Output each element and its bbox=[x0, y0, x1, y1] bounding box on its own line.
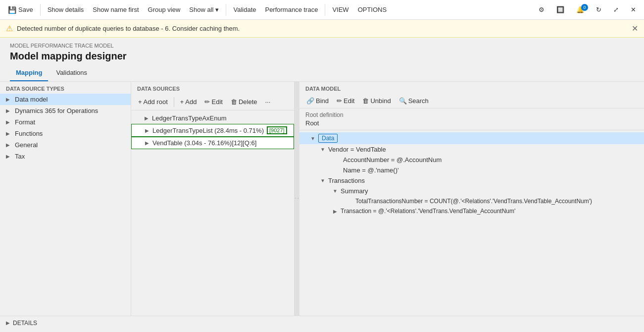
tab-mapping[interactable]: Mapping bbox=[10, 65, 48, 81]
group-view-label: Group view bbox=[148, 6, 181, 13]
collapse-icon: ▼ bbox=[319, 178, 326, 183]
chevron-right-icon: ▶ bbox=[144, 128, 150, 133]
mt-item-vendor[interactable]: ▼ Vendor = VendTable bbox=[299, 144, 644, 155]
mt-item-totaltransactions[interactable]: ▶ TotalTransactionsNumber = COUNT(@.'<Re… bbox=[299, 196, 644, 206]
settings-icon-btn[interactable]: ⚙ bbox=[535, 4, 548, 15]
unbind-icon: 🗑 bbox=[362, 97, 369, 105]
collapse-icon: ▼ bbox=[332, 188, 339, 194]
show-details-button[interactable]: Show details bbox=[44, 4, 88, 15]
show-all-label: Show all bbox=[189, 6, 213, 13]
datamodel-toolbar: 🔗 Bind ✏ Edit 🗑 Unbind 🔍 Search bbox=[299, 94, 644, 109]
details-label: DETAILS bbox=[13, 320, 37, 327]
performance-trace-label: Performance trace bbox=[265, 6, 318, 13]
search-icon: 🔍 bbox=[399, 97, 407, 105]
performance-trace-button[interactable]: Performance trace bbox=[261, 4, 322, 15]
add-button[interactable]: + Add bbox=[177, 97, 200, 107]
breadcrumb: MODEL PERFORMANCE TRACE MODEL bbox=[10, 43, 634, 49]
chevron-right-icon: ▶ bbox=[6, 154, 12, 159]
notification-icon-btn[interactable]: 🔔 0 bbox=[572, 4, 588, 15]
datasource-types-header: DATA SOURCE TYPES bbox=[0, 82, 131, 94]
details-bar[interactable]: ▶ DETAILS bbox=[0, 316, 644, 330]
chevron-right-icon: ▶ bbox=[6, 119, 12, 125]
datasource-type-general[interactable]: ▶ General bbox=[0, 139, 131, 151]
tab-bar: Mapping Validations bbox=[0, 65, 644, 82]
drag-handle[interactable]: ⋮ bbox=[295, 82, 299, 316]
save-label: Save bbox=[18, 6, 33, 13]
close-button[interactable]: ✕ bbox=[627, 4, 640, 15]
add-root-button[interactable]: + Add root bbox=[135, 97, 171, 107]
more-button[interactable]: ··· bbox=[262, 97, 273, 107]
mt-item-transactions[interactable]: ▼ Transactions bbox=[299, 175, 644, 186]
search-button[interactable]: 🔍 Search bbox=[396, 96, 432, 106]
save-icon: 💾 bbox=[8, 6, 16, 14]
edit-button[interactable]: ✏ Edit bbox=[201, 97, 225, 107]
ds-item-ledgertranstypeaxenum[interactable]: ▶ LedgerTransTypeAxEnum bbox=[131, 112, 294, 124]
chevron-right-icon: ▶ bbox=[6, 131, 12, 136]
ds-item-vendtable[interactable]: ▶ VendTable (3.04s - 76.16%)[12][Q:6] bbox=[131, 137, 294, 149]
model-tree: ▼ Data ▼ Vendor = VendTable ▶ AccountNum… bbox=[299, 130, 644, 316]
group-view-button[interactable]: Group view bbox=[144, 4, 185, 15]
middle-panel: DATA SOURCES + Add root + Add ✏ Edit 🗑 D… bbox=[131, 82, 295, 316]
datasource-type-tax[interactable]: ▶ Tax bbox=[0, 151, 131, 162]
datasource-toolbar: + Add root + Add ✏ Edit 🗑 Delete ··· bbox=[131, 94, 294, 111]
expand-icon-btn[interactable]: ⤢ bbox=[609, 4, 623, 15]
datamodel-header: DATA MODEL bbox=[299, 82, 644, 94]
chevron-right-icon: ▶ bbox=[144, 140, 150, 146]
refresh-icon-btn[interactable]: ↻ bbox=[592, 4, 605, 15]
show-name-first-button[interactable]: Show name first bbox=[89, 4, 143, 15]
separator-1 bbox=[40, 4, 41, 16]
mt-item-transaction[interactable]: ▶ Transaction = @.'<Relations'.'VendTran… bbox=[299, 206, 644, 216]
delete-button[interactable]: 🗑 Delete bbox=[228, 97, 260, 107]
chevron-right-icon: ▶ bbox=[143, 115, 150, 121]
expand-icon: ▶ bbox=[332, 209, 339, 214]
bind-button[interactable]: 🔗 Bind bbox=[303, 96, 332, 106]
datasource-type-dynamics365[interactable]: ▶ Dynamics 365 for Operations bbox=[0, 105, 131, 116]
chevron-right-icon: ▶ bbox=[6, 142, 12, 148]
chevron-right-icon: ▶ bbox=[6, 320, 10, 326]
datasource-tree: ▶ LedgerTransTypeAxEnum ▶ LedgerTransTyp… bbox=[131, 111, 294, 316]
datasource-type-functions[interactable]: ▶ Functions bbox=[0, 128, 131, 139]
show-all-button[interactable]: Show all ▾ bbox=[185, 4, 223, 15]
validate-button[interactable]: Validate bbox=[229, 4, 260, 15]
page-header: MODEL PERFORMANCE TRACE MODEL Model mapp… bbox=[0, 38, 644, 65]
plus-icon: + bbox=[180, 98, 184, 106]
view-button[interactable]: VIEW bbox=[328, 4, 352, 15]
separator-2 bbox=[226, 4, 226, 16]
main-content: DATA SOURCE TYPES ▶ Data model ▶ Dynamic… bbox=[0, 82, 644, 316]
unbind-button[interactable]: 🗑 Unbind bbox=[359, 96, 394, 106]
show-name-first-label: Show name first bbox=[93, 6, 139, 13]
right-panel: DATA MODEL 🔗 Bind ✏ Edit 🗑 Unbind 🔍 Sear… bbox=[299, 82, 644, 316]
options-label: OPTIONS bbox=[358, 6, 387, 13]
tab-validations[interactable]: Validations bbox=[50, 65, 93, 81]
chevron-right-icon: ▶ bbox=[6, 97, 12, 102]
edit-button[interactable]: ✏ Edit bbox=[334, 96, 357, 106]
validate-label: Validate bbox=[233, 6, 256, 13]
separator bbox=[174, 97, 174, 107]
mt-item-name[interactable]: ▶ Name = @.'name()' bbox=[299, 165, 644, 175]
ds-item-ledgertranstypelist[interactable]: ▶ LedgerTransTypeList (28.4ms - 0.71%) [… bbox=[131, 124, 294, 137]
data-node-label: Data bbox=[318, 134, 338, 143]
datasource-types-list: ▶ Data model ▶ Dynamics 365 for Operatio… bbox=[0, 94, 131, 162]
page-title: Model mapping designer bbox=[10, 51, 634, 62]
office-icon-btn[interactable]: 🔲 bbox=[552, 4, 568, 15]
collapse-icon: ▼ bbox=[319, 147, 326, 152]
datasource-type-format[interactable]: ▶ Format bbox=[0, 116, 131, 128]
left-panel: DATA SOURCE TYPES ▶ Data model ▶ Dynamic… bbox=[0, 82, 131, 316]
plus-icon: + bbox=[138, 98, 142, 106]
save-button[interactable]: 💾 Save bbox=[4, 4, 37, 16]
main-toolbar: 💾 Save Show details Show name first Grou… bbox=[0, 0, 644, 20]
ellipsis-icon: ··· bbox=[265, 98, 270, 106]
options-button[interactable]: OPTIONS bbox=[354, 4, 391, 15]
mt-item-data[interactable]: ▼ Data bbox=[299, 132, 644, 144]
root-definition: Root definition Root bbox=[299, 109, 644, 130]
datasource-type-data-model[interactable]: ▶ Data model bbox=[0, 94, 131, 105]
view-label: VIEW bbox=[332, 6, 348, 13]
chevron-right-icon: ▶ bbox=[6, 108, 12, 113]
toolbar-right: ⚙ 🔲 🔔 0 ↻ ⤢ ✕ bbox=[535, 4, 640, 15]
mt-item-accountnumber[interactable]: ▶ AccountNumber = @.AccountNum bbox=[299, 155, 644, 165]
chevron-down-icon: ▾ bbox=[215, 6, 219, 13]
badge-9027: [9027] bbox=[267, 126, 287, 134]
mt-item-summary[interactable]: ▼ Summary bbox=[299, 186, 644, 196]
alert-close-button[interactable]: ✕ bbox=[632, 24, 638, 33]
alert-message: Detected number of duplicate queries to … bbox=[17, 25, 240, 32]
